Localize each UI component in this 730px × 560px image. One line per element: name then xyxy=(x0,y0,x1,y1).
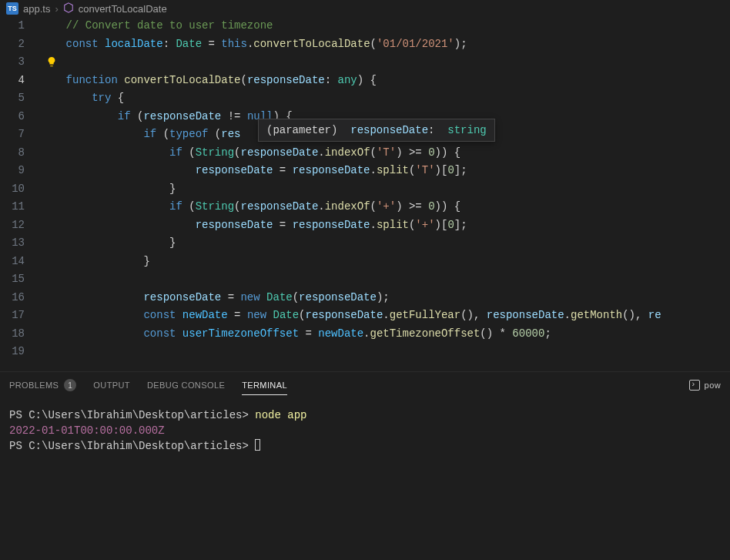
breadcrumb-file[interactable]: app.ts xyxy=(23,3,50,15)
code-content[interactable]: } xyxy=(40,234,176,253)
code-line[interactable]: 5 try { xyxy=(0,89,730,108)
hover-tooltip: (parameter) responseDate: string xyxy=(258,119,495,142)
code-line[interactable]: 2 const localDate: Date = this.convertTo… xyxy=(0,35,730,54)
line-number: 13 xyxy=(0,234,40,253)
line-number: 6 xyxy=(0,108,40,126)
file-type-badge: TS xyxy=(6,2,18,15)
terminal-output: 2022-01-01T00:00:00.000Z xyxy=(9,423,721,438)
tab-problems-label: PROBLEMS xyxy=(9,381,59,390)
code-content[interactable]: } xyxy=(40,253,150,271)
hover-kind: (parameter) xyxy=(266,124,337,136)
code-line[interactable]: 15 xyxy=(0,270,730,289)
tab-debug-console[interactable]: DEBUG CONSOLE xyxy=(147,376,225,394)
code-content[interactable]: responseDate = responseDate.split('+')[0… xyxy=(40,216,467,235)
code-content[interactable]: if (String(responseDate.indexOf('+') >= … xyxy=(40,198,460,216)
line-number: 18 xyxy=(0,325,40,344)
line-number: 17 xyxy=(0,307,40,325)
line-number: 19 xyxy=(0,343,40,361)
code-line[interactable]: 1 // Convert date to user timezone xyxy=(0,17,730,35)
code-line[interactable]: 14 } xyxy=(0,253,730,271)
method-icon xyxy=(63,2,74,15)
code-content[interactable]: responseDate = responseDate.split('T')[0… xyxy=(40,162,467,180)
code-line[interactable]: 9 responseDate = responseDate.split('T')… xyxy=(0,162,730,180)
hover-param-type: string xyxy=(447,124,486,136)
code-content[interactable]: if (typeof (res xyxy=(40,126,240,144)
code-content[interactable]: // Convert date to user timezone xyxy=(40,17,273,35)
line-number: 12 xyxy=(0,216,40,235)
code-content[interactable]: const newDate = new Date(responseDate.ge… xyxy=(40,307,661,325)
line-number: 10 xyxy=(0,180,40,199)
terminal-prompt: PS C:\Users\Ibrahim\Desktop\articles> xyxy=(9,440,255,452)
problems-count-badge: 1 xyxy=(64,379,76,391)
code-line[interactable]: 12 responseDate = responseDate.split('+'… xyxy=(0,216,730,235)
code-line[interactable]: 3 xyxy=(0,53,730,72)
line-number: 5 xyxy=(0,89,40,108)
terminal-line: PS C:\Users\Ibrahim\Desktop\articles> xyxy=(9,438,721,454)
code-line[interactable]: 10 } xyxy=(0,180,730,199)
breadcrumb[interactable]: TS app.ts › convertToLocalDate xyxy=(0,0,730,17)
tab-terminal[interactable]: TERMINAL xyxy=(242,376,287,395)
code-line[interactable]: 13 } xyxy=(0,234,730,253)
terminal-cursor xyxy=(255,439,260,451)
terminal-profile-label[interactable]: pow xyxy=(705,381,721,390)
code-content[interactable]: } xyxy=(40,180,176,199)
terminal-profile-icon[interactable] xyxy=(689,380,700,391)
lightbulb-icon[interactable] xyxy=(46,56,57,70)
breadcrumb-symbol[interactable]: convertToLocalDate xyxy=(79,3,167,15)
line-number: 4 xyxy=(0,72,40,90)
line-number: 15 xyxy=(0,270,40,289)
code-editor[interactable]: 1 // Convert date to user timezone2 cons… xyxy=(0,17,730,371)
code-line[interactable]: 4 function convertToLocalDate(responseDa… xyxy=(0,72,730,90)
code-content[interactable]: function convertToLocalDate(responseDate… xyxy=(40,72,377,90)
breadcrumb-separator: › xyxy=(55,3,58,15)
line-number: 16 xyxy=(0,289,40,307)
code-line[interactable]: 16 responseDate = new Date(responseDate)… xyxy=(0,289,730,307)
line-number: 7 xyxy=(0,126,40,144)
code-content[interactable]: if (responseDate != null) { xyxy=(40,108,293,126)
terminal[interactable]: PS C:\Users\Ibrahim\Desktop\articles> no… xyxy=(0,398,730,560)
tab-problems[interactable]: PROBLEMS 1 xyxy=(9,374,76,396)
code-line[interactable]: 18 const userTimezoneOffset = newDate.ge… xyxy=(0,325,730,344)
line-number: 3 xyxy=(0,53,40,72)
line-number: 1 xyxy=(0,17,40,35)
terminal-command: node app xyxy=(255,409,306,421)
line-number: 14 xyxy=(0,253,40,271)
line-number: 11 xyxy=(0,198,40,216)
code-content[interactable]: const localDate: Date = this.convertToLo… xyxy=(40,35,467,54)
code-content[interactable]: try { xyxy=(40,89,124,108)
code-content[interactable]: const userTimezoneOffset = newDate.getTi… xyxy=(40,325,551,344)
code-content[interactable]: responseDate = new Date(responseDate); xyxy=(40,289,390,307)
terminal-line: PS C:\Users\Ibrahim\Desktop\articles> no… xyxy=(9,407,721,423)
code-line[interactable]: 11 if (String(responseDate.indexOf('+') … xyxy=(0,198,730,216)
line-number: 9 xyxy=(0,162,40,180)
line-number: 2 xyxy=(0,35,40,54)
terminal-prompt: PS C:\Users\Ibrahim\Desktop\articles> xyxy=(9,409,255,421)
line-number: 8 xyxy=(0,144,40,163)
code-content[interactable]: if (String(responseDate.indexOf('T') >= … xyxy=(40,144,460,163)
panel-tabs: PROBLEMS 1 OUTPUT DEBUG CONSOLE TERMINAL… xyxy=(0,372,730,398)
tab-output[interactable]: OUTPUT xyxy=(93,376,130,394)
code-line[interactable]: 8 if (String(responseDate.indexOf('T') >… xyxy=(0,144,730,163)
hover-param-name: responseDate xyxy=(350,124,428,136)
code-line[interactable]: 17 const newDate = new Date(responseDate… xyxy=(0,307,730,325)
code-line[interactable]: 19 xyxy=(0,343,730,361)
bottom-panel: PROBLEMS 1 OUTPUT DEBUG CONSOLE TERMINAL… xyxy=(0,371,730,560)
